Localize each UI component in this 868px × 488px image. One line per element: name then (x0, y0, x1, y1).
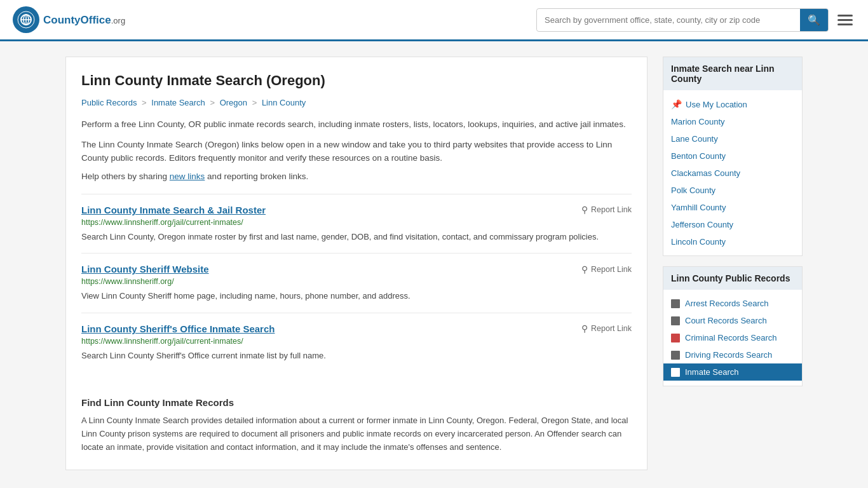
sidebar-public-records-section: Linn County Public Records Arrest Record… (663, 266, 803, 386)
result-desc-3: Search Linn County Sheriff's Office curr… (81, 349, 632, 362)
find-desc: A Linn County Inmate Search provides det… (81, 414, 632, 454)
breadcrumb-sep-1: > (142, 98, 147, 107)
breadcrumb-linn-county[interactable]: Linn County (262, 98, 306, 107)
logo-name: CountyOffice (43, 14, 111, 26)
report-link-1[interactable]: ⚲ Report Link (581, 205, 632, 215)
report-label-1: Report Link (591, 205, 632, 214)
search-input[interactable] (537, 10, 800, 30)
header-right: 🔍 (536, 8, 855, 32)
sidebar: Inmate Search near Linn County 📌 Use My … (663, 57, 803, 470)
result-header: Linn County Sheriff's Office Inmate Sear… (81, 323, 632, 334)
sidebar-item-marion[interactable]: Marion County (663, 113, 802, 130)
inmate-search-link[interactable]: Inmate Search (685, 367, 739, 377)
result-header: Linn County Inmate Search & Jail Roster … (81, 205, 632, 215)
result-item: Linn County Inmate Search & Jail Roster … (81, 194, 632, 254)
sidebar-item-jefferson[interactable]: Jefferson County (663, 216, 802, 233)
court-records-link[interactable]: Court Records Search (685, 316, 767, 325)
site-header: CountyOffice.org 🔍 (0, 0, 868, 41)
page-title: Linn County Inmate Search (Oregon) (81, 72, 632, 89)
share-prefix: Help others by sharing (81, 172, 170, 181)
content-area: Linn County Inmate Search (Oregon) Publi… (65, 57, 648, 470)
clackamas-county-link[interactable]: Clackamas County (671, 168, 740, 178)
marion-county-link[interactable]: Marion County (671, 117, 725, 126)
arrest-records-link[interactable]: Arrest Records Search (685, 299, 769, 308)
search-bar: 🔍 (536, 8, 829, 32)
jefferson-county-link[interactable]: Jefferson County (671, 220, 733, 229)
report-icon-3: ⚲ (581, 323, 588, 334)
sidebar-public-records-header: Linn County Public Records (663, 267, 802, 290)
sidebar-item-yamhill[interactable]: Yamhill County (663, 199, 802, 216)
criminal-records-link[interactable]: Criminal Records Search (685, 333, 777, 342)
report-icon-2: ⚲ (581, 264, 588, 274)
benton-county-link[interactable]: Benton County (671, 151, 726, 161)
breadcrumb-sep-3: > (252, 98, 257, 107)
logo-text: CountyOffice.org (43, 13, 125, 27)
breadcrumb-sep-2: > (210, 98, 215, 107)
report-link-2[interactable]: ⚲ Report Link (581, 264, 632, 274)
criminal-icon (671, 334, 680, 342)
logo-area[interactable]: CountyOffice.org (13, 6, 125, 33)
result-desc-2: View Linn County Sheriff home page, incl… (81, 290, 632, 302)
intro-text-1: Perform a free Linn County, OR public in… (81, 118, 632, 132)
sidebar-inmate-search[interactable]: Inmate Search (663, 363, 802, 381)
intro-text-2: The Linn County Inmate Search (Oregon) l… (81, 138, 632, 165)
lincoln-county-link[interactable]: Lincoln County (671, 237, 726, 247)
breadcrumb: Public Records > Inmate Search > Oregon … (81, 98, 632, 107)
result-desc-1: Search Linn County, Oregon inmate roster… (81, 231, 632, 243)
location-icon: 📌 (671, 99, 682, 109)
sidebar-nearby-section: Inmate Search near Linn County 📌 Use My … (663, 57, 803, 256)
find-title: Find Linn County Inmate Records (81, 397, 632, 408)
sidebar-public-records-body: Arrest Records Search Court Records Sear… (663, 290, 802, 386)
result-item: Linn County Sheriff's Office Inmate Sear… (81, 313, 632, 372)
result-header: Linn County Sheriff Website ⚲ Report Lin… (81, 264, 632, 274)
sidebar-criminal-records[interactable]: Criminal Records Search (663, 329, 802, 346)
logo-icon (13, 6, 39, 33)
sidebar-nearby-body: 📌 Use My Location Marion County Lane Cou… (663, 90, 802, 255)
sidebar-court-records[interactable]: Court Records Search (663, 312, 802, 329)
logo-suffix: .org (111, 16, 125, 25)
result-url-1: https://www.linnsheriff.org/jail/current… (81, 218, 632, 227)
sidebar-item-clackamas[interactable]: Clackamas County (663, 165, 802, 182)
driving-icon (671, 351, 680, 360)
driving-records-link[interactable]: Driving Records Search (685, 350, 772, 360)
use-location-link[interactable]: Use My Location (686, 100, 747, 109)
report-link-3[interactable]: ⚲ Report Link (581, 323, 632, 334)
result-title-1[interactable]: Linn County Inmate Search & Jail Roster (81, 205, 266, 215)
sidebar-arrest-records[interactable]: Arrest Records Search (663, 295, 802, 312)
report-icon-1: ⚲ (581, 205, 588, 215)
new-links-link[interactable]: new links (170, 172, 205, 181)
result-url-3: https://www.linnsheriff.org/jail/current… (81, 337, 632, 346)
report-label-3: Report Link (591, 324, 632, 333)
breadcrumb-inmate-search[interactable]: Inmate Search (151, 98, 205, 107)
find-section: Find Linn County Inmate Records A Linn C… (81, 387, 632, 454)
use-my-location[interactable]: 📌 Use My Location (663, 95, 802, 113)
inmate-icon (671, 368, 680, 377)
breadcrumb-public-records[interactable]: Public Records (81, 98, 137, 107)
sidebar-item-polk[interactable]: Polk County (663, 182, 802, 199)
arrest-icon (671, 299, 680, 308)
menu-button[interactable] (835, 12, 855, 28)
breadcrumb-oregon[interactable]: Oregon (220, 98, 247, 107)
result-item: Linn County Sheriff Website ⚲ Report Lin… (81, 253, 632, 313)
main-wrapper: Linn County Inmate Search (Oregon) Publi… (53, 41, 815, 485)
report-label-2: Report Link (591, 265, 632, 274)
result-title-3[interactable]: Linn County Sheriff's Office Inmate Sear… (81, 323, 275, 334)
sidebar-item-lane[interactable]: Lane County (663, 130, 802, 147)
search-button[interactable]: 🔍 (800, 9, 828, 31)
sidebar-nearby-header: Inmate Search near Linn County (663, 57, 802, 90)
polk-county-link[interactable]: Polk County (671, 186, 715, 195)
share-text: Help others by sharing new links and rep… (81, 172, 632, 181)
yamhill-county-link[interactable]: Yamhill County (671, 203, 726, 212)
share-suffix: and reporting broken links. (205, 172, 308, 181)
result-title-2[interactable]: Linn County Sheriff Website (81, 264, 209, 274)
sidebar-item-lincoln[interactable]: Lincoln County (663, 233, 802, 250)
sidebar-driving-records[interactable]: Driving Records Search (663, 346, 802, 363)
court-icon (671, 316, 680, 325)
result-url-2: https://www.linnsheriff.org/ (81, 277, 632, 286)
lane-county-link[interactable]: Lane County (671, 134, 718, 144)
sidebar-item-benton[interactable]: Benton County (663, 147, 802, 165)
